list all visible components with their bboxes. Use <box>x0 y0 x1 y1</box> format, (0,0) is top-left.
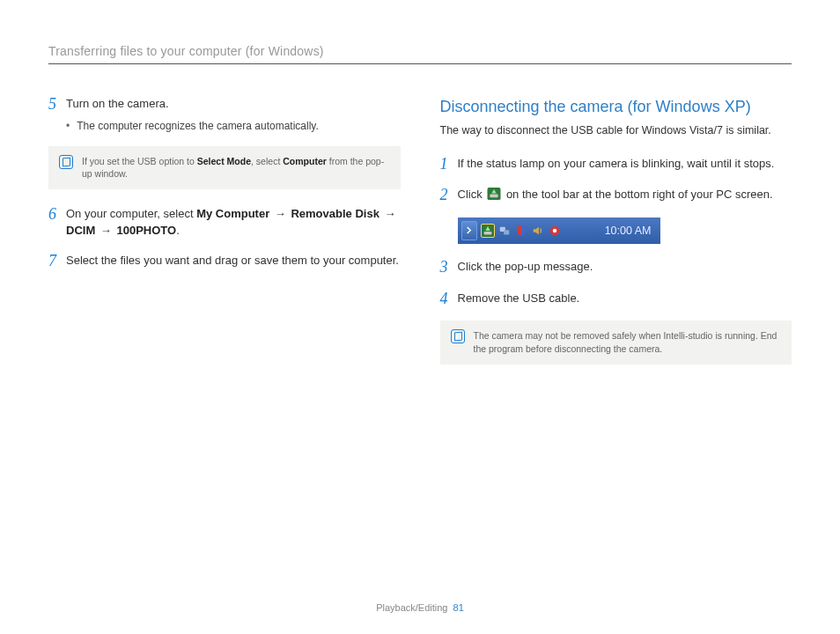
step-number: 1 <box>440 155 458 174</box>
left-column: 5 Turn on the camera. The computer recog… <box>48 95 401 380</box>
content-columns: 5 Turn on the camera. The computer recog… <box>48 95 792 380</box>
page-footer: Playback/Editing 81 <box>0 602 840 613</box>
step-4: 4 Remove the USB cable. <box>440 290 792 309</box>
note-text: If you set the USB option to Select Mode… <box>82 155 390 181</box>
svg-rect-5 <box>504 230 509 234</box>
step-number: 7 <box>48 252 66 271</box>
section-subtext: The way to disconnect the USB cable for … <box>440 122 792 139</box>
step-text: Remove the USB cable. <box>458 290 792 309</box>
s6-pre: On your computer, select <box>66 207 196 220</box>
chevron-right-icon <box>465 226 473 234</box>
step-7: 7 Select the files you want and drag or … <box>48 252 401 271</box>
arrow-icon: → <box>273 207 288 220</box>
tray-network-icon[interactable] <box>497 224 512 238</box>
step-body: Click on the tool bar at the bottom righ… <box>458 186 792 205</box>
step-3: 3 Click the pop-up message. <box>440 258 792 277</box>
note-icon <box>451 329 465 343</box>
s2-post: on the tool bar at the bottom right of y… <box>503 188 772 201</box>
step-body: On your computer, select My Computer → R… <box>66 205 401 240</box>
step-5: 5 Turn on the camera. The computer recog… <box>48 95 401 134</box>
step-2: 2 Click on the tool bar at the bottom ri… <box>440 186 792 205</box>
svg-point-7 <box>552 229 556 232</box>
step-text: If the status lamp on your camera is bli… <box>458 155 792 174</box>
page-number: 81 <box>453 602 464 613</box>
page-header: Transferring files to your computer (for… <box>48 44 792 64</box>
step-bullet: The computer recognizes the camera autom… <box>66 118 401 134</box>
tray-shield-icon[interactable] <box>514 224 528 238</box>
right-column: Disconnecting the camera (for Windows XP… <box>440 95 792 380</box>
path-100photo: 100PHOTO <box>116 224 176 237</box>
step-text: Turn on the camera. <box>66 97 169 110</box>
section-heading: Disconnecting the camera (for Windows XP… <box>440 95 792 119</box>
note-text: The camera may not be removed safely whe… <box>474 329 782 355</box>
system-tray <box>481 224 562 238</box>
path-dcim: DCIM <box>66 224 95 237</box>
step-6: 6 On your computer, select My Computer →… <box>48 205 401 240</box>
tray-volume-icon[interactable] <box>531 224 545 238</box>
step-number: 6 <box>48 205 66 240</box>
step-number: 3 <box>440 258 458 277</box>
footer-section: Playback/Editing <box>376 602 447 613</box>
svg-rect-1 <box>490 195 498 198</box>
note-bold-2: Computer <box>283 156 327 166</box>
step-body: Turn on the camera. The computer recogni… <box>66 95 401 134</box>
path-my-computer: My Computer <box>196 207 269 220</box>
svg-rect-3 <box>483 232 491 235</box>
tray-safely-remove-icon[interactable] <box>481 224 495 238</box>
s6-post: . <box>176 224 180 237</box>
bullet-text: The computer recognizes the camera autom… <box>77 118 319 134</box>
note-box-usb: If you set the USB option to Select Mode… <box>48 146 401 189</box>
arrow-icon: → <box>99 224 114 237</box>
step-text: Click the pop-up message. <box>458 258 792 277</box>
step-text: Select the files you want and drag or sa… <box>66 252 401 271</box>
step-number: 2 <box>440 186 458 205</box>
path-removable-disk: Removable Disk <box>291 207 379 220</box>
note-box-intelli: The camera may not be removed safely whe… <box>440 321 792 364</box>
s2-pre: Click <box>458 188 486 201</box>
tray-expand-button[interactable] <box>461 221 477 240</box>
note-mid: , select <box>251 156 283 166</box>
step-number: 4 <box>440 290 458 309</box>
note-bold-1: Select Mode <box>197 156 251 166</box>
safely-remove-hardware-icon <box>487 188 501 201</box>
step-number: 5 <box>48 95 66 134</box>
step-1: 1 If the status lamp on your camera is b… <box>440 155 792 174</box>
note-pre: If you set the USB option to <box>82 156 197 166</box>
note-icon <box>59 155 73 169</box>
tray-update-icon[interactable] <box>548 224 562 238</box>
arrow-icon: → <box>383 207 398 220</box>
windows-taskbar: 10:00 AM <box>458 217 660 244</box>
taskbar-clock[interactable]: 10:00 AM <box>605 223 652 240</box>
